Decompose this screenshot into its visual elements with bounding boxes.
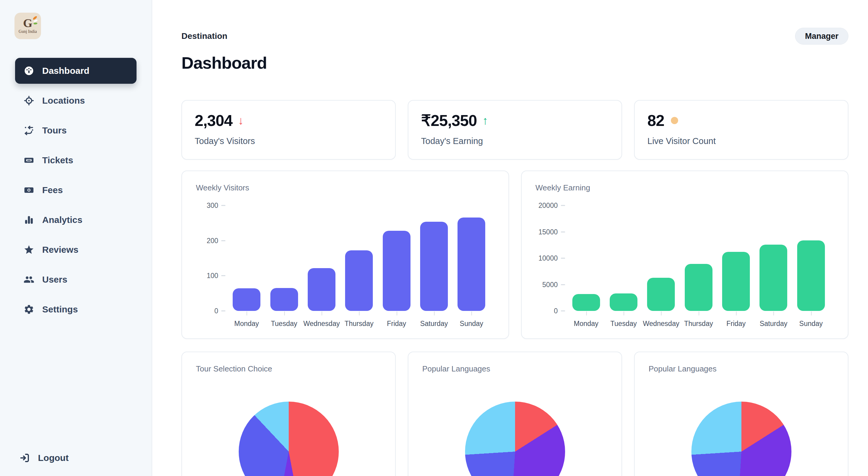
y-axis-tick: 0 xyxy=(214,307,225,315)
earning-value: ₹25,350 xyxy=(421,112,477,130)
popular-languages-card-2: Popular Languages xyxy=(634,352,848,476)
bar-cell: Saturday xyxy=(755,205,792,311)
brand-name: Gunj India xyxy=(19,29,37,34)
weekly-visitors-chart: 0100200300MondayTuesdayWednesdayThursday… xyxy=(195,205,493,311)
users-icon xyxy=(24,274,34,285)
sidebar-item-analytics[interactable]: Analytics xyxy=(15,207,136,233)
bar-sunday xyxy=(797,241,825,311)
logout-button[interactable]: Logout xyxy=(19,452,69,463)
y-axis-tick: 300 xyxy=(207,201,225,210)
page-title: Dashboard xyxy=(181,53,848,73)
stat-label: Today's Earning xyxy=(421,136,609,146)
sidebar-item-fees[interactable]: Fees xyxy=(15,177,136,203)
sidebar-nav: Dashboard Locations Tours xyxy=(15,58,136,322)
tour-selection-card: Tour Selection Choice xyxy=(181,352,396,476)
visitors-value: 2,304 xyxy=(195,112,232,130)
sidebar-item-label: Tours xyxy=(42,125,67,135)
sidebar-item-label: Settings xyxy=(42,304,78,315)
route-icon xyxy=(24,125,34,136)
chart-title: Tour Selection Choice xyxy=(196,364,272,374)
chart-title: Popular Languages xyxy=(649,364,717,374)
bar-cell: Monday xyxy=(567,205,605,311)
sidebar-item-label: Dashboard xyxy=(42,66,90,76)
bar-wednesday xyxy=(647,278,675,311)
y-axis-tick: 20000 xyxy=(538,201,565,210)
locate-icon xyxy=(24,95,34,106)
brand-logo[interactable]: G Gunj India xyxy=(14,13,41,39)
sidebar-item-label: Tickets xyxy=(42,155,73,165)
bar-thursday xyxy=(345,250,373,311)
x-axis-label: Sunday xyxy=(434,320,509,328)
bar-friday xyxy=(383,231,410,311)
sidebar-item-reviews[interactable]: Reviews xyxy=(15,237,136,263)
role-badge: Manager xyxy=(795,28,848,44)
gear-icon xyxy=(24,304,34,315)
y-axis-tick: 100 xyxy=(207,272,225,280)
bar-saturday xyxy=(420,222,448,311)
weekly-earning-card: Weekly Earning 05000100001500020000Monda… xyxy=(521,170,849,339)
live-count-value: 82 xyxy=(647,112,664,130)
leaf-green-icon xyxy=(33,22,37,24)
gauge-icon xyxy=(24,65,34,76)
bar-cell: Friday xyxy=(378,205,415,311)
popular-languages-pie-chart xyxy=(465,402,565,476)
weekly-visitors-card: Weekly Visitors 0100200300MondayTuesdayW… xyxy=(181,170,509,339)
weekly-earning-chart: 05000100001500020000MondayTuesdayWednesd… xyxy=(535,205,832,311)
brand-monogram: G xyxy=(23,18,32,28)
bar-chart-icon xyxy=(24,215,34,225)
bar-monday xyxy=(233,288,260,311)
popular-languages-pie-chart xyxy=(691,402,792,476)
bar-tuesday xyxy=(610,293,638,311)
bar-friday xyxy=(722,252,750,311)
sidebar-item-dashboard[interactable]: Dashboard xyxy=(15,58,136,84)
bar-charts-row: Weekly Visitors 0100200300MondayTuesdayW… xyxy=(181,170,848,339)
sidebar-item-locations[interactable]: Locations xyxy=(15,88,136,114)
live-dot-icon xyxy=(671,117,678,124)
stat-card-live-visitors: 82 Live Visitor Count xyxy=(634,100,848,160)
y-axis-tick: 15000 xyxy=(538,228,565,236)
sidebar-item-settings[interactable]: Settings xyxy=(15,296,136,322)
bar-monday xyxy=(572,294,600,311)
bar-cell: Wednesday xyxy=(642,205,680,311)
bar-cell: Wednesday xyxy=(303,205,340,311)
bar-cell: Thursday xyxy=(340,205,378,311)
y-axis-tick: 200 xyxy=(207,236,225,245)
sidebar-item-label: Locations xyxy=(42,95,85,106)
ticket-icon xyxy=(24,155,34,166)
bar-cell: Tuesday xyxy=(265,205,303,311)
sidebar-item-tours[interactable]: Tours xyxy=(15,118,136,144)
bar-cell: Tuesday xyxy=(605,205,642,311)
bar-cell: Monday xyxy=(228,205,265,311)
sidebar: G Gunj India Dashboard Locations xyxy=(0,0,152,476)
bar-cell: Saturday xyxy=(415,205,453,311)
bar-sunday xyxy=(458,218,485,311)
stat-label: Today's Visitors xyxy=(195,136,382,146)
trend-up-icon: ↑ xyxy=(482,115,488,126)
star-icon xyxy=(24,244,34,255)
page-header: Destination Manager xyxy=(181,28,848,44)
sidebar-item-label: Reviews xyxy=(42,245,79,255)
x-axis-label: Sunday xyxy=(773,320,848,328)
bar-saturday xyxy=(760,245,787,311)
bar-tuesday xyxy=(270,288,298,311)
chart-title: Popular Languages xyxy=(422,364,490,374)
main-content: Destination Manager Dashboard 2,304 ↓ To… xyxy=(153,0,868,476)
bar-cell: Thursday xyxy=(680,205,717,311)
trend-down-icon: ↓ xyxy=(238,115,244,126)
logout-label: Logout xyxy=(38,453,69,463)
breadcrumb: Destination xyxy=(181,31,227,41)
sidebar-item-tickets[interactable]: Tickets xyxy=(15,147,136,173)
y-axis-tick: 0 xyxy=(554,307,565,315)
banknote-icon xyxy=(24,185,34,195)
chart-title: Weekly Earning xyxy=(535,183,590,192)
popular-languages-card-1: Popular Languages xyxy=(408,352,622,476)
tour-selection-pie-chart xyxy=(239,402,339,476)
stat-label: Live Visitor Count xyxy=(647,136,835,146)
sidebar-item-label: Users xyxy=(42,275,67,285)
sidebar-item-users[interactable]: Users xyxy=(15,266,136,292)
bar-wednesday xyxy=(308,268,336,311)
stat-cards-row: 2,304 ↓ Today's Visitors ₹25,350 ↑ Today… xyxy=(181,100,848,160)
bar-cell: Sunday xyxy=(453,205,490,311)
bar-cell: Friday xyxy=(717,205,755,311)
chart-title: Weekly Visitors xyxy=(196,183,249,192)
